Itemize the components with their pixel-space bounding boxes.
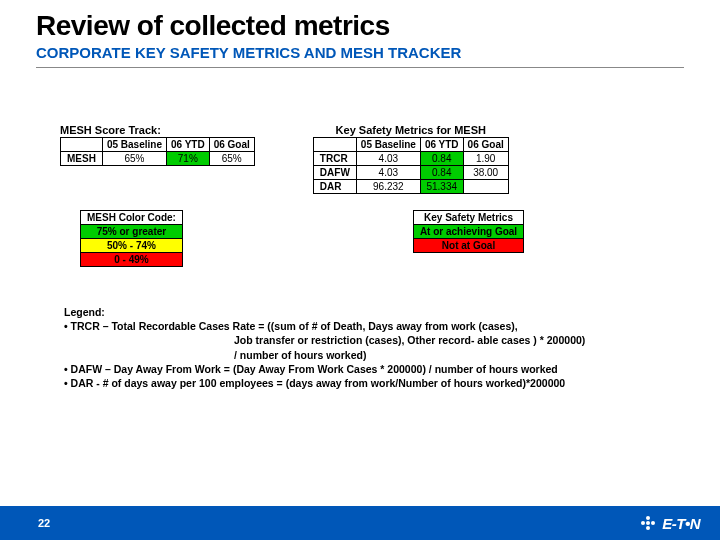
ksm-legend-table: Key Safety Metrics At or achieving Goal … bbox=[413, 210, 524, 253]
footer: 22 E-T•N bbox=[0, 506, 720, 540]
dafw-05: 4.03 bbox=[356, 166, 420, 180]
slide: Review of collected metrics CORPORATE KE… bbox=[0, 0, 720, 540]
legend-heading: Legend: bbox=[64, 305, 684, 319]
mesh-track-grid: 05 Baseline 06 YTD 06 Goal MESH 65% 71% … bbox=[60, 137, 255, 166]
legend-dar: • DAR - # of days away per 100 employees… bbox=[64, 376, 684, 390]
col-06-ytd: 06 YTD bbox=[166, 138, 209, 152]
col-06-goal: 06 Goal bbox=[463, 138, 508, 152]
legend-trcr-3: / number of hours worked) bbox=[64, 348, 684, 362]
legend-text: Legend: • TRCR – Total Recordable Cases … bbox=[0, 267, 720, 390]
row-dar: DAR bbox=[313, 180, 356, 194]
row-dafw: DAFW bbox=[313, 166, 356, 180]
page-title: Review of collected metrics bbox=[0, 0, 720, 42]
cc-50: 50% - 74% bbox=[81, 239, 183, 253]
legend-dafw: • DAFW – Day Away From Work = (Day Away … bbox=[64, 362, 684, 376]
dar-06ytd: 51.334 bbox=[420, 180, 463, 194]
ksm-title: Key Safety Metrics for MESH bbox=[313, 124, 509, 136]
ksm-legend-title: Key Safety Metrics bbox=[413, 211, 523, 225]
corner-cell bbox=[313, 138, 356, 152]
row-mesh: MESH bbox=[61, 152, 103, 166]
tables-row: MESH Score Track: 05 Baseline 06 YTD 06 … bbox=[0, 68, 720, 194]
eaton-logo: E-T•N bbox=[639, 515, 700, 532]
mesh-06goal: 65% bbox=[209, 152, 254, 166]
color-code-table: MESH Color Code: 75% or greater 50% - 74… bbox=[80, 210, 183, 267]
ksm-grid: 05 Baseline 06 YTD 06 Goal TRCR 4.03 0.8… bbox=[313, 137, 509, 194]
corner-cell bbox=[61, 138, 103, 152]
cc-0: 0 - 49% bbox=[81, 253, 183, 267]
mesh-06ytd: 71% bbox=[166, 152, 209, 166]
subtitle: CORPORATE KEY SAFETY METRICS AND MESH TR… bbox=[0, 42, 720, 67]
col-05-baseline: 05 Baseline bbox=[102, 138, 166, 152]
dar-06goal bbox=[463, 180, 508, 194]
trcr-06goal: 1.90 bbox=[463, 152, 508, 166]
logo-text: E-T•N bbox=[662, 515, 700, 532]
trcr-06ytd: 0.84 bbox=[420, 152, 463, 166]
ksm-table: Key Safety Metrics for MESH 05 Baseline … bbox=[313, 124, 509, 194]
trcr-05: 4.03 bbox=[356, 152, 420, 166]
cc-75: 75% or greater bbox=[81, 225, 183, 239]
row-trcr: TRCR bbox=[313, 152, 356, 166]
logo-dots-icon bbox=[639, 516, 659, 530]
col-06-goal: 06 Goal bbox=[209, 138, 254, 152]
color-code-title: MESH Color Code: bbox=[81, 211, 183, 225]
col-06-ytd: 06 YTD bbox=[420, 138, 463, 152]
legends-row: MESH Color Code: 75% or greater 50% - 74… bbox=[0, 194, 720, 267]
mesh-track-table: MESH Score Track: 05 Baseline 06 YTD 06 … bbox=[60, 124, 255, 166]
mesh-05: 65% bbox=[102, 152, 166, 166]
dafw-06goal: 38.00 bbox=[463, 166, 508, 180]
page-number: 22 bbox=[38, 517, 50, 529]
mesh-track-title: MESH Score Track: bbox=[60, 124, 255, 136]
legend-trcr-1: • TRCR – Total Recordable Cases Rate = (… bbox=[64, 319, 684, 333]
ksm-at-goal: At or achieving Goal bbox=[413, 225, 523, 239]
col-05-baseline: 05 Baseline bbox=[356, 138, 420, 152]
dafw-06ytd: 0.84 bbox=[420, 166, 463, 180]
ksm-not-goal: Not at Goal bbox=[413, 239, 523, 253]
legend-trcr-2: Job transfer or restriction (cases), Oth… bbox=[64, 333, 684, 347]
dar-05: 96.232 bbox=[356, 180, 420, 194]
